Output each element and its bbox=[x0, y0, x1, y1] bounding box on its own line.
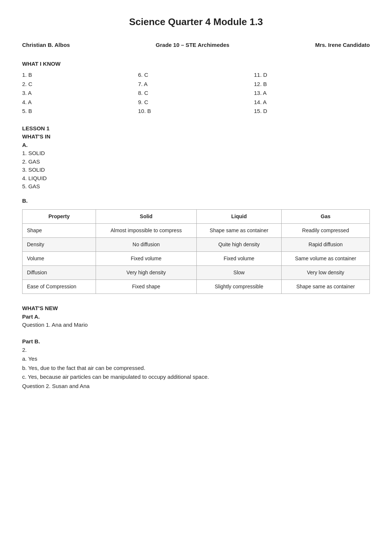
what-i-know-title: WHAT I KNOW bbox=[22, 60, 370, 68]
col-liquid: Liquid bbox=[196, 210, 281, 224]
a-item-2: 2. GAS bbox=[22, 158, 370, 166]
cell-liquid-volume: Fixed volume bbox=[196, 252, 281, 266]
teacher-name: Mrs. Irene Candidato bbox=[315, 41, 370, 49]
cell-solid-volume: Fixed volume bbox=[96, 252, 196, 266]
part-b-label: Part B. bbox=[22, 337, 370, 346]
cell-prop-density: Density bbox=[23, 238, 96, 252]
whats-new-section: WHAT'S NEW Part A. Question 1. Ana and M… bbox=[22, 304, 370, 390]
whats-new-label: WHAT'S NEW bbox=[22, 304, 370, 313]
cell-liquid-density: Quite high density bbox=[196, 238, 281, 252]
answer-10: 10. B bbox=[138, 107, 254, 116]
answers-col-3: 11. D 12. B 13. A 14. A 15. D bbox=[254, 71, 370, 116]
answer-11: 11. D bbox=[254, 71, 370, 79]
grade-section: Grade 10 – STE Archimedes bbox=[156, 41, 230, 49]
list-item: b. Yes, due to the fact that air can be … bbox=[22, 364, 370, 373]
lesson1-section: LESSON 1 WHAT'S IN A. 1. SOLID 2. GAS 3.… bbox=[22, 124, 370, 191]
a-item-1: 1. SOLID bbox=[22, 149, 370, 158]
part-a-text: Question 1. Ana and Mario bbox=[22, 321, 370, 329]
a-item-3: 3. SOLID bbox=[22, 166, 370, 174]
table-row: Volume Fixed volume Fixed volume Same vo… bbox=[23, 252, 370, 266]
answers-col-1: 1. B 2. C 3. A 4. A 5. B bbox=[22, 71, 138, 116]
cell-gas-compression: Shape same as container bbox=[282, 280, 370, 294]
student-name: Christian B. Albos bbox=[22, 41, 70, 49]
table-row: Density No diffusion Quite high density … bbox=[23, 238, 370, 252]
lesson1-label: LESSON 1 bbox=[22, 124, 370, 133]
answer-2: 2. C bbox=[22, 80, 138, 89]
answer-3: 3. A bbox=[22, 89, 138, 97]
answer-15: 15. D bbox=[254, 107, 370, 116]
page-title: Science Quarter 4 Module 1.3 bbox=[22, 15, 370, 29]
answers-col-2: 6. C 7. A 8. C 9. C 10. B bbox=[138, 71, 254, 116]
answer-1: 1. B bbox=[22, 71, 138, 79]
answer-4: 4. A bbox=[22, 98, 138, 107]
a-item-5: 5. GAS bbox=[22, 182, 370, 191]
cell-liquid-compression: Slightly compressible bbox=[196, 280, 281, 294]
table-row: Ease of Compression Fixed shape Slightly… bbox=[23, 280, 370, 294]
cell-solid-compression: Fixed shape bbox=[96, 280, 196, 294]
answer-8: 8. C bbox=[138, 89, 254, 97]
part-b-list: 2. a. Yes b. Yes, due to the fact that a… bbox=[22, 346, 370, 391]
cell-prop-diffusion: Diffusion bbox=[23, 266, 96, 280]
list-item: 2. bbox=[22, 346, 370, 354]
cell-solid-diffusion: Very high density bbox=[96, 266, 196, 280]
list-item: c. Yes, because air particles can be man… bbox=[22, 373, 370, 381]
a-label: A. bbox=[22, 141, 370, 150]
cell-liquid-diffusion: Slow bbox=[196, 266, 281, 280]
part-a-label: Part A. bbox=[22, 313, 370, 321]
a-item-4: 4. LIQUID bbox=[22, 174, 370, 183]
answer-12: 12. B bbox=[254, 80, 370, 89]
cell-prop-volume: Volume bbox=[23, 252, 96, 266]
table-row: Shape Almost impossible to compress Shap… bbox=[23, 224, 370, 238]
list-item: Question 2. Susan and Ana bbox=[22, 382, 370, 391]
col-property: Property bbox=[23, 210, 96, 224]
answer-9: 9. C bbox=[138, 98, 254, 107]
cell-liquid-shape: Shape same as container bbox=[196, 224, 281, 238]
b-label: B. bbox=[22, 197, 370, 205]
b-section: B. Property Solid Liquid Gas Shape Almos… bbox=[22, 197, 370, 294]
answer-13: 13. A bbox=[254, 89, 370, 97]
cell-solid-density: No diffusion bbox=[96, 238, 196, 252]
answers-grid: 1. B 2. C 3. A 4. A 5. B 6. C 7. A 8. C … bbox=[22, 71, 370, 116]
list-item: a. Yes bbox=[22, 355, 370, 363]
cell-gas-diffusion: Very low density bbox=[282, 266, 370, 280]
answer-5: 5. B bbox=[22, 107, 138, 116]
table-row: Diffusion Very high density Slow Very lo… bbox=[23, 266, 370, 280]
answer-7: 7. A bbox=[138, 80, 254, 89]
matter-table: Property Solid Liquid Gas Shape Almost i… bbox=[22, 209, 370, 294]
cell-prop-compression: Ease of Compression bbox=[23, 280, 96, 294]
cell-gas-density: Rapid diffusion bbox=[282, 238, 370, 252]
cell-gas-shape: Readily compressed bbox=[282, 224, 370, 238]
answer-14: 14. A bbox=[254, 98, 370, 107]
cell-gas-volume: Same volume as container bbox=[282, 252, 370, 266]
cell-solid-shape: Almost impossible to compress bbox=[96, 224, 196, 238]
col-gas: Gas bbox=[282, 210, 370, 224]
col-solid: Solid bbox=[96, 210, 196, 224]
header-row: Christian B. Albos Grade 10 – STE Archim… bbox=[22, 41, 370, 49]
answer-6: 6. C bbox=[138, 71, 254, 79]
cell-prop-shape: Shape bbox=[23, 224, 96, 238]
whats-in-label: WHAT'S IN bbox=[22, 133, 370, 141]
